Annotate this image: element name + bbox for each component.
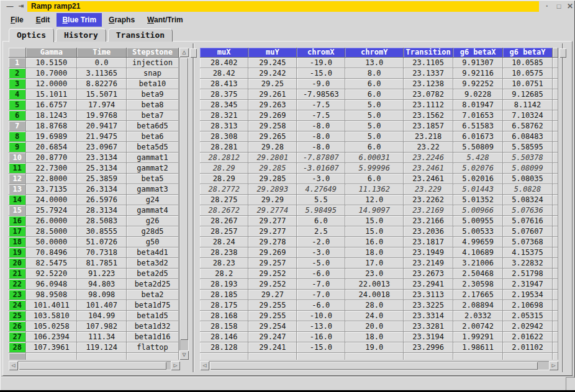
scroll-left-button[interactable]: ◁ (200, 361, 209, 370)
row-number-button[interactable]: 13 (9, 184, 26, 195)
cell[interactable]: 20.8770 (26, 153, 77, 163)
cell[interactable]: 29.25 (248, 79, 297, 89)
cell[interactable]: 24.0000 (26, 195, 77, 205)
row-number-button[interactable]: 24 (9, 300, 26, 311)
cell[interactable]: 29.247 (248, 332, 297, 342)
cell[interactable]: beta10 (127, 79, 179, 89)
cell[interactable]: 7.01653 (453, 110, 503, 121)
cell[interactable]: 29.252 (248, 279, 297, 290)
cell[interactable]: 23.1238 (404, 79, 453, 89)
cell[interactable]: 22.8000 (26, 174, 77, 184)
cell[interactable]: 5.02016 (453, 174, 503, 184)
cell[interactable]: beta1d32 (127, 321, 179, 332)
menu-want-trim[interactable]: Want/Trim (142, 13, 189, 27)
cell[interactable]: 10.0575 (503, 68, 553, 79)
left-table-vscrollbar[interactable]: △ ▽ (179, 48, 189, 360)
row-number-button[interactable]: 9 (9, 142, 26, 153)
cell[interactable]: 4.10689 (453, 247, 503, 258)
cell[interactable]: 23.2673 (404, 269, 453, 279)
cell[interactable]: 29.257 (248, 258, 297, 269)
tab-transition[interactable]: Transition (108, 29, 173, 42)
row-number-button[interactable] (9, 353, 26, 360)
cell[interactable]: beta9 (127, 89, 179, 100)
cell[interactable]: beta5 (127, 174, 179, 184)
row-number-button[interactable]: 14 (9, 195, 26, 205)
tab-history[interactable]: History (56, 29, 106, 42)
cell[interactable]: 23.1857 (404, 121, 453, 131)
cell[interactable]: 2.02942 (503, 321, 553, 332)
scroll-right-button[interactable]: ▷ (171, 361, 180, 370)
cell[interactable]: 3.22832 (503, 258, 553, 269)
cell[interactable]: 21.9475 (77, 131, 127, 142)
cell[interactable]: 5.08099 (503, 163, 553, 174)
cell[interactable]: 8.82276 (77, 79, 127, 89)
scroll-down-button[interactable]: ▽ (179, 350, 189, 360)
scroll-up-button[interactable]: △ (179, 48, 189, 57)
cell[interactable]: 70.8496 (26, 247, 77, 258)
column-header-time[interactable]: Time (77, 48, 127, 58)
cell[interactable]: 2.00742 (453, 321, 503, 332)
cell[interactable]: 28.313 (200, 121, 248, 131)
cell[interactable]: -3.0 (297, 247, 345, 258)
cell[interactable]: 28.3134 (77, 205, 127, 216)
cell[interactable]: 6.08483 (503, 131, 553, 142)
cell[interactable]: 12.0000 (26, 79, 77, 89)
cell[interactable]: beta1d16 (127, 332, 179, 342)
cell[interactable]: 28.2672 (200, 205, 248, 216)
cell[interactable]: snap (127, 68, 179, 79)
cell[interactable]: 23.3113 (404, 290, 453, 300)
cell[interactable] (26, 353, 77, 360)
cell[interactable]: 2.19534 (503, 290, 553, 300)
cell[interactable]: 9.92116 (453, 68, 503, 79)
cell[interactable]: 6.51583 (453, 121, 503, 131)
cell[interactable]: 11.1362 (345, 184, 404, 195)
cell[interactable]: beta6 (127, 131, 179, 142)
cell[interactable]: 5.02076 (453, 163, 503, 174)
row-number-button[interactable]: 21 (9, 269, 26, 279)
cell[interactable]: 5.0 (345, 100, 404, 110)
cell[interactable]: g28d5 (127, 226, 179, 237)
column-header-gamma[interactable]: Gamma (26, 48, 77, 58)
row-number-button[interactable]: 20 (9, 258, 26, 269)
cell[interactable]: -16.0 (297, 332, 345, 342)
cell[interactable]: 4.15375 (503, 247, 553, 258)
cell[interactable]: beta2d5 (127, 269, 179, 279)
cell[interactable]: 9.12685 (503, 89, 553, 100)
cell[interactable]: 28.413 (200, 79, 248, 89)
cell[interactable]: 28.2 (200, 269, 248, 279)
cell[interactable]: 3.21006 (453, 258, 503, 269)
cell[interactable]: 106.2394 (26, 332, 77, 342)
cell[interactable]: 28.2772 (200, 184, 248, 195)
cell[interactable]: 15.0 (345, 216, 404, 226)
cell[interactable]: -19.0 (297, 58, 345, 68)
cell[interactable]: 28.128 (200, 342, 248, 353)
column-header-g6-betax[interactable]: g6 betaX (453, 48, 503, 58)
cell[interactable]: 23.1562 (404, 110, 453, 121)
cell[interactable]: 28.402 (200, 58, 248, 68)
column-header-chromx[interactable]: chromX (297, 48, 345, 58)
cell[interactable]: 5.07368 (503, 237, 553, 247)
cell[interactable]: 23.1112 (404, 100, 453, 110)
resize-grip[interactable] (566, 377, 575, 391)
cell[interactable]: 29.285 (248, 163, 297, 174)
cell[interactable]: 29.269 (248, 110, 297, 121)
row-number-button[interactable]: 18 (9, 237, 26, 247)
cell[interactable]: 28.168 (200, 311, 248, 321)
cell[interactable]: 23.2461 (404, 174, 453, 184)
cell[interactable]: 20.0 (345, 321, 404, 332)
cell[interactable]: 28.238 (200, 247, 248, 258)
cell[interactable]: 29.28 (248, 142, 297, 153)
cell[interactable]: 104.99 (77, 311, 127, 321)
cell[interactable]: 28.193 (200, 279, 248, 290)
cell[interactable]: 2.01102 (503, 342, 553, 353)
cell[interactable]: 29.254 (248, 321, 297, 332)
cell[interactable]: 4.99659 (453, 237, 503, 247)
cell[interactable]: 70.7318 (77, 247, 127, 258)
cell[interactable]: 13.0 (345, 58, 404, 68)
cell[interactable]: 28.23 (200, 258, 248, 269)
cell[interactable]: 28.321 (200, 110, 248, 121)
row-number-button[interactable]: 27 (9, 332, 26, 342)
row-number-button[interactable]: 1 (9, 58, 26, 68)
cell[interactable]: 6.0 (345, 142, 404, 153)
cell[interactable]: 23.3194 (404, 332, 453, 342)
